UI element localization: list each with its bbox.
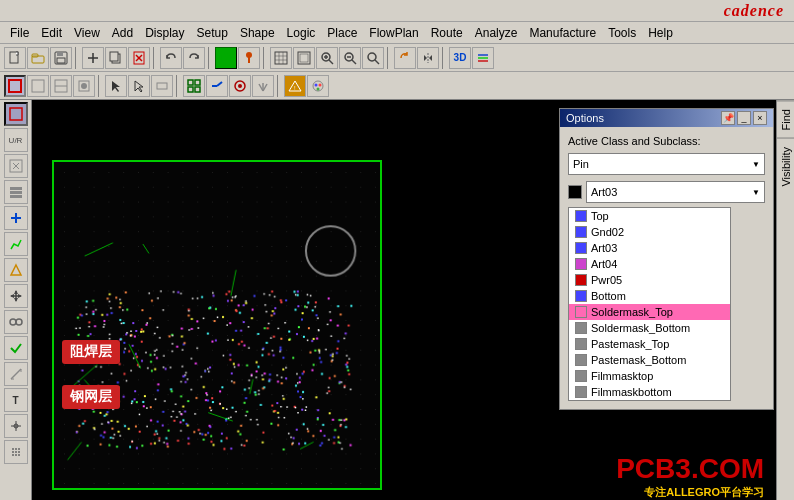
options-close-btn[interactable]: × <box>753 111 767 125</box>
sep-3 <box>208 47 212 69</box>
tb-zoom-in-btn[interactable] <box>316 47 338 69</box>
tb-grid2-btn[interactable] <box>293 47 315 69</box>
lt-grid-btn[interactable] <box>4 440 28 464</box>
menu-logic[interactable]: Logic <box>281 24 322 42</box>
options-body: Active Class and Subclass: Pin ▼ Art03 ▼ <box>560 127 773 409</box>
list-item-pastemask-bottom[interactable]: Pastemask_Bottom <box>569 352 730 368</box>
tb2-back-btn[interactable] <box>128 75 150 97</box>
list-item-top-label: Top <box>591 210 609 222</box>
svg-line-50 <box>217 82 222 86</box>
options-minimize-btn[interactable]: _ <box>737 111 751 125</box>
tb-undo-btn[interactable] <box>160 47 182 69</box>
tb2-select-btn[interactable] <box>4 75 26 97</box>
menu-help[interactable]: Help <box>642 24 679 42</box>
lt-shape-btn[interactable] <box>4 258 28 282</box>
menu-add[interactable]: Add <box>106 24 139 42</box>
tb-rotate-btn[interactable] <box>394 47 416 69</box>
list-item-top[interactable]: Top <box>569 208 730 224</box>
tb-delete-btn[interactable] <box>128 47 150 69</box>
tb-zoom-fit-btn[interactable] <box>362 47 384 69</box>
list-item-gnd02[interactable]: Gnd02 <box>569 224 730 240</box>
menu-place[interactable]: Place <box>321 24 363 42</box>
svg-rect-22 <box>300 54 308 62</box>
tb2-fanout-btn[interactable] <box>252 75 274 97</box>
tb-3d-btn[interactable]: 3D <box>449 47 471 69</box>
lt-add-btn[interactable] <box>4 206 28 230</box>
tb-pin-btn[interactable] <box>238 47 260 69</box>
tb-redo-btn[interactable] <box>183 47 205 69</box>
tb-zoom-out-btn[interactable] <box>339 47 361 69</box>
menu-view[interactable]: View <box>68 24 106 42</box>
menu-analyze[interactable]: Analyze <box>469 24 524 42</box>
menu-setup[interactable]: Setup <box>191 24 234 42</box>
menu-route[interactable]: Route <box>425 24 469 42</box>
tb-ratsnest-btn[interactable] <box>215 47 237 69</box>
menu-edit[interactable]: Edit <box>35 24 68 42</box>
tb2-drc-btn[interactable]: ! <box>284 75 306 97</box>
lt-wire-btn[interactable] <box>4 232 28 256</box>
menu-tools[interactable]: Tools <box>602 24 642 42</box>
list-item-bottom[interactable]: Bottom <box>569 288 730 304</box>
menu-flowplan[interactable]: FlowPlan <box>363 24 424 42</box>
menu-file[interactable]: File <box>4 24 35 42</box>
tb2-cursor-btn[interactable] <box>105 75 127 97</box>
lt-move-btn[interactable] <box>4 284 28 308</box>
lt-zoom-btn[interactable] <box>4 154 28 178</box>
tb-new-btn[interactable] <box>4 47 26 69</box>
list-item-art04[interactable]: Art04 <box>569 256 730 272</box>
svg-point-91 <box>18 451 20 453</box>
tb2-route-btn[interactable] <box>206 75 228 97</box>
sep-6 <box>442 47 446 69</box>
lt-connect-btn[interactable] <box>4 310 28 334</box>
tb-copy-btn[interactable] <box>105 47 127 69</box>
tb2-color-btn[interactable] <box>307 75 329 97</box>
list-item-soldermask-bottom[interactable]: Soldermask_Bottom <box>569 320 730 336</box>
list-item-filmmaskbottom[interactable]: Filmmaskbottom <box>569 384 730 400</box>
menu-display[interactable]: Display <box>139 24 190 42</box>
tb-mirror-btn[interactable] <box>417 47 439 69</box>
tb2-net-btn[interactable] <box>183 75 205 97</box>
list-item-art03[interactable]: Art03 <box>569 240 730 256</box>
options-pin-btn[interactable]: 📌 <box>721 111 735 125</box>
svg-point-89 <box>12 451 14 453</box>
lt-text-btn[interactable]: T <box>4 388 28 412</box>
tb2-btn7[interactable] <box>151 75 173 97</box>
tab-find[interactable]: Find <box>777 100 794 138</box>
tb-grid1-btn[interactable] <box>270 47 292 69</box>
svg-point-13 <box>221 53 231 63</box>
tb2-btn3[interactable] <box>50 75 72 97</box>
svg-rect-9 <box>110 52 118 61</box>
lt-measure-btn[interactable] <box>4 362 28 386</box>
tb-snap-btn[interactable] <box>82 47 104 69</box>
menu-manufacture[interactable]: Manufacture <box>523 24 602 42</box>
svg-point-93 <box>15 454 17 456</box>
watermark-logo: PCB3.COM <box>616 453 764 485</box>
toolbar-1: 3D <box>0 44 794 72</box>
tb2-btn4[interactable] <box>73 75 95 97</box>
lt-snap-btn[interactable] <box>4 414 28 438</box>
lt-uir-btn[interactable]: U/R <box>4 128 28 152</box>
class-dropdown[interactable]: Pin ▼ <box>568 153 765 175</box>
menu-shape[interactable]: Shape <box>234 24 281 42</box>
tb-save-btn[interactable] <box>50 47 72 69</box>
list-item-filmmasktop[interactable]: Filmmasktop <box>569 368 730 384</box>
list-item-pwr05[interactable]: Pwr05 <box>569 272 730 288</box>
svg-point-41 <box>81 83 87 89</box>
sep-4 <box>263 47 267 69</box>
lt-check-btn[interactable] <box>4 336 28 360</box>
tb-open-btn[interactable] <box>27 47 49 69</box>
tb2-via-btn[interactable] <box>229 75 251 97</box>
tb2-btn2[interactable] <box>27 75 49 97</box>
list-item-pastemask-bottom-label: Pastemask_Bottom <box>591 354 686 366</box>
list-item-pastemask-top[interactable]: Pastemask_Top <box>569 336 730 352</box>
tb-layers-btn[interactable] <box>472 47 494 69</box>
left-toolbar: U/R T <box>0 100 32 500</box>
lt-layers-btn[interactable] <box>4 180 28 204</box>
subclass-dropdown[interactable]: Art03 ▼ <box>586 181 765 203</box>
subclass-checkbox[interactable] <box>568 185 582 199</box>
tab-visibility[interactable]: Visibility <box>777 138 794 195</box>
svg-rect-48 <box>195 87 200 92</box>
pcb-label-solder: 阻焊层 <box>62 340 120 364</box>
list-item-soldermask-top[interactable]: Soldermask_Top <box>569 304 730 320</box>
lt-select-btn[interactable] <box>4 102 28 126</box>
